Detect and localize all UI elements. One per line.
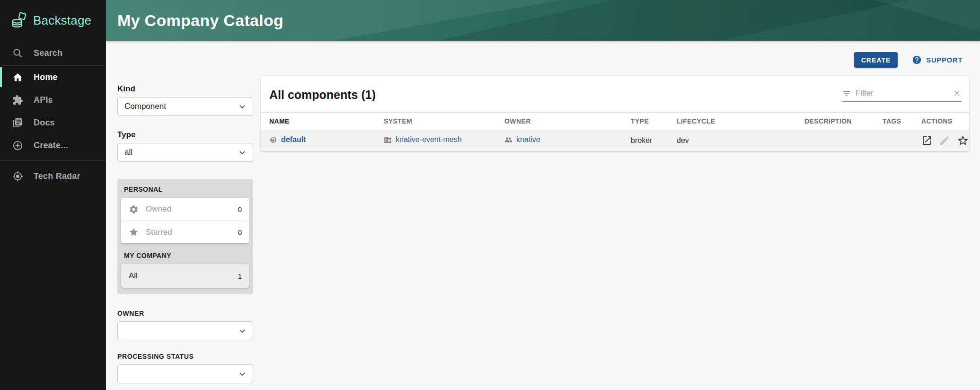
sidebar-item-label: Search xyxy=(34,48,62,58)
gear-icon xyxy=(129,204,139,214)
chevron-down-icon xyxy=(238,326,247,336)
building-icon xyxy=(384,136,392,144)
table-row: default knative-event-mesh xyxy=(261,130,969,151)
owner-name: knative xyxy=(516,135,540,144)
kind-select[interactable]: Component xyxy=(117,97,253,116)
plus-circle-icon xyxy=(12,140,23,151)
sidebar-item-create[interactable]: Create... xyxy=(0,134,106,157)
backstage-logo-icon xyxy=(10,12,27,29)
support-button[interactable]: SUPPORT xyxy=(912,55,962,65)
sidebar-item-docs[interactable]: Docs xyxy=(0,111,106,134)
personal-picker-card: Owned 0 Starred 0 xyxy=(121,198,249,243)
open-in-new-icon[interactable] xyxy=(921,135,933,146)
processing-status-filter-label: PROCESSING STATUS xyxy=(117,353,253,360)
chevron-down-icon xyxy=(238,102,247,111)
processing-status-filter: PROCESSING STATUS xyxy=(117,353,253,383)
table-header-row: NAME SYSTEM OWNER TYPE LIFECYCLE DESCRIP… xyxy=(261,113,969,130)
picker-item-owned[interactable]: Owned 0 xyxy=(121,198,249,221)
sidebar-item-label: Home xyxy=(34,72,58,82)
personal-section-title: PERSONAL xyxy=(124,186,249,193)
column-header-tags[interactable]: TAGS xyxy=(883,113,921,130)
column-header-name[interactable]: NAME xyxy=(261,113,384,130)
lifecycle-cell: dev xyxy=(677,130,804,151)
system-link[interactable]: knative-event-mesh xyxy=(384,135,462,144)
sidebar-item-apis[interactable]: APIs xyxy=(0,89,106,111)
picker-item-starred[interactable]: Starred 0 xyxy=(121,221,249,243)
sidebar-item-label: Create... xyxy=(34,141,68,151)
actions-cell xyxy=(921,130,969,151)
puzzle-icon xyxy=(12,95,23,106)
type-select[interactable]: all xyxy=(117,143,253,162)
sidebar-item-label: Tech Radar xyxy=(34,171,80,181)
components-table-card: All components (1) xyxy=(261,76,969,151)
column-header-lifecycle[interactable]: LIFECYCLE xyxy=(677,113,804,130)
brand-name: Backstage xyxy=(33,13,91,28)
picker-item-count: 1 xyxy=(238,272,242,280)
content-toolbar: CREATE SUPPORT xyxy=(117,52,969,68)
picker-item-label: Starred xyxy=(146,228,231,237)
create-button[interactable]: CREATE xyxy=(854,52,898,68)
table-header-bar: All components (1) xyxy=(261,76,969,112)
owner-select[interactable] xyxy=(117,321,253,340)
group-icon xyxy=(504,136,512,144)
entity-picker-panel: PERSONAL Owned 0 Starred 0 xyxy=(117,179,253,294)
sidebar-item-label: APIs xyxy=(34,95,53,105)
page-header: My Company Catalog xyxy=(106,0,980,41)
sidebar-divider xyxy=(0,160,106,161)
edit-icon[interactable] xyxy=(939,135,950,146)
owner-link[interactable]: knative xyxy=(504,135,540,144)
filters-sidebar: Kind Component Type all PERSONAL Owned xyxy=(117,76,253,383)
sidebar-item-search[interactable]: Search xyxy=(0,41,106,65)
table-title: All components (1) xyxy=(269,88,376,102)
picker-item-label: All xyxy=(129,271,238,281)
kind-select-value: Component xyxy=(124,102,166,111)
tags-cell xyxy=(883,130,921,151)
description-cell xyxy=(804,130,883,151)
search-icon xyxy=(12,48,23,59)
table-filter-field xyxy=(842,89,962,102)
radar-icon xyxy=(12,171,23,182)
picker-item-count: 0 xyxy=(238,205,242,213)
home-icon xyxy=(12,72,23,83)
column-header-description[interactable]: DESCRIPTION xyxy=(804,113,883,130)
table-filter-input[interactable] xyxy=(856,89,948,98)
sidebar-item-tech-radar[interactable]: Tech Radar xyxy=(0,165,106,187)
column-header-actions: ACTIONS xyxy=(921,113,969,130)
clear-filter-icon[interactable] xyxy=(952,89,962,98)
main-content: CREATE SUPPORT Kind Component Type all P… xyxy=(106,41,980,390)
support-label: SUPPORT xyxy=(926,56,962,64)
entity-name-link[interactable]: default xyxy=(269,135,306,144)
filter-list-icon xyxy=(842,89,851,98)
picker-item-label: Owned xyxy=(146,204,231,214)
column-header-type[interactable]: TYPE xyxy=(631,113,677,130)
column-header-system[interactable]: SYSTEM xyxy=(384,113,504,130)
entity-name: default xyxy=(281,135,306,144)
brand-logo[interactable]: Backstage xyxy=(0,0,106,41)
components-table: NAME SYSTEM OWNER TYPE LIFECYCLE DESCRIP… xyxy=(261,112,969,151)
processing-status-select[interactable] xyxy=(117,364,253,383)
type-select-value: all xyxy=(124,148,132,157)
picker-item-all[interactable]: All 1 xyxy=(121,264,249,288)
chip-icon xyxy=(269,136,277,144)
chevron-down-icon xyxy=(238,148,247,157)
sidebar: Backstage Search Home APIs Docs Create..… xyxy=(0,0,106,390)
sidebar-item-home[interactable]: Home xyxy=(0,66,106,89)
docs-icon xyxy=(12,117,23,128)
system-name: knative-event-mesh xyxy=(396,135,462,144)
type-cell: broker xyxy=(631,130,677,151)
picker-item-count: 0 xyxy=(238,228,242,236)
company-section-title: MY COMPANY xyxy=(124,252,249,259)
column-header-owner[interactable]: OWNER xyxy=(504,113,631,130)
kind-filter-label: Kind xyxy=(117,84,253,94)
star-icon xyxy=(129,227,139,237)
sidebar-item-label: Docs xyxy=(34,118,55,128)
page-title: My Company Catalog xyxy=(117,11,283,30)
chevron-down-icon xyxy=(238,369,247,379)
help-icon xyxy=(912,55,922,65)
owner-filter: OWNER xyxy=(117,310,253,340)
star-border-icon[interactable] xyxy=(957,134,969,147)
type-filter-label: Type xyxy=(117,130,253,140)
owner-filter-label: OWNER xyxy=(117,310,253,317)
